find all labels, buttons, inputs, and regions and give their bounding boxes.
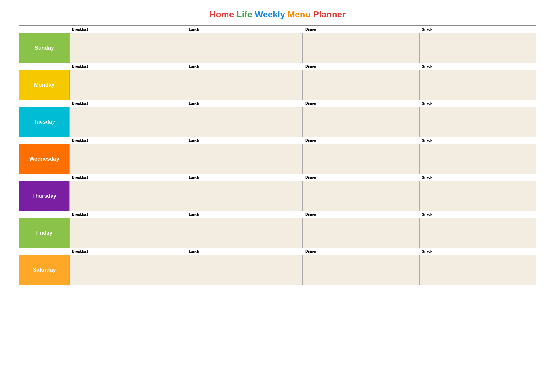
day-label-thursday: Thursday: [32, 193, 57, 199]
header-lunch-wednesday: Lunch: [186, 137, 303, 144]
meal-cell-thursday-lunch[interactable]: [186, 181, 303, 211]
header-breakfast-sunday: Breakfast: [70, 26, 186, 33]
title-planner: Planner: [313, 9, 346, 19]
header-dinner-saturday: Dinner: [303, 248, 420, 255]
day-label-friday: Friday: [36, 230, 52, 236]
meal-cell-tuesday-dinner[interactable]: [303, 107, 420, 137]
header-lunch-thursday: Lunch: [186, 174, 303, 181]
day-cell-friday: Friday: [19, 218, 70, 248]
header-lunch-sunday: Lunch: [186, 26, 303, 33]
meal-cell-sunday-breakfast[interactable]: [70, 33, 186, 63]
meal-cell-saturday-dinner[interactable]: [303, 255, 420, 285]
meal-cell-sunday-lunch[interactable]: [186, 33, 303, 63]
meal-cell-monday-snack[interactable]: [420, 70, 536, 100]
meal-cell-monday-breakfast[interactable]: [70, 70, 186, 100]
meal-cell-wednesday-breakfast[interactable]: [70, 144, 186, 174]
header-dinner-tuesday: Dinner: [303, 100, 420, 107]
meal-cell-wednesday-lunch[interactable]: [186, 144, 303, 174]
day-cell-wednesday: Wednesday: [19, 144, 70, 174]
meal-cell-thursday-dinner[interactable]: [303, 181, 420, 211]
meal-cell-wednesday-snack[interactable]: [420, 144, 536, 174]
header-snack-tuesday: Snack: [420, 100, 536, 107]
day-cell-sunday: Sunday: [19, 33, 70, 63]
day-row-tuesday: Tuesday: [19, 107, 536, 137]
header-breakfast-tuesday: Breakfast: [70, 100, 186, 107]
meal-cell-tuesday-snack[interactable]: [420, 107, 536, 137]
header-dinner-sunday: Dinner: [303, 26, 420, 33]
title-weekly: Weekly: [255, 9, 285, 19]
meal-cell-sunday-dinner[interactable]: [303, 33, 420, 63]
header-breakfast-monday: Breakfast: [70, 63, 186, 70]
header-lunch-friday: Lunch: [186, 211, 303, 218]
header-snack-thursday: Snack: [420, 174, 536, 181]
header-dinner-monday: Dinner: [303, 63, 420, 70]
header-snack-wednesday: Snack: [420, 137, 536, 144]
meal-cell-friday-snack[interactable]: [420, 218, 536, 248]
day-label-monday: Monday: [34, 82, 54, 88]
meal-cell-monday-dinner[interactable]: [303, 70, 420, 100]
day-cell-saturday: Saturday: [19, 255, 70, 285]
header-breakfast-wednesday: Breakfast: [70, 137, 186, 144]
day-row-wednesday: Wednesday: [19, 144, 536, 174]
meal-cell-monday-lunch[interactable]: [186, 70, 303, 100]
header-snack-sunday: Snack: [420, 26, 536, 33]
header-dinner-thursday: Dinner: [303, 174, 420, 181]
header-dinner-friday: Dinner: [303, 211, 420, 218]
header-breakfast-thursday: Breakfast: [70, 174, 186, 181]
meal-cell-tuesday-lunch[interactable]: [186, 107, 303, 137]
meal-cell-saturday-breakfast[interactable]: [70, 255, 186, 285]
day-label-wednesday: Wednesday: [29, 156, 59, 162]
header-lunch-tuesday: Lunch: [186, 100, 303, 107]
header-breakfast-saturday: Breakfast: [70, 248, 186, 255]
meal-cell-friday-breakfast[interactable]: [70, 218, 186, 248]
day-cell-thursday: Thursday: [19, 181, 70, 211]
header-lunch-saturday: Lunch: [186, 248, 303, 255]
meal-cell-thursday-snack[interactable]: [420, 181, 536, 211]
title-life: Life: [236, 9, 252, 19]
meal-cell-thursday-breakfast[interactable]: [70, 181, 186, 211]
header-lunch-monday: Lunch: [186, 63, 303, 70]
day-row-sunday: Sunday: [19, 33, 536, 63]
meal-cell-saturday-lunch[interactable]: [186, 255, 303, 285]
meal-cell-friday-dinner[interactable]: [303, 218, 420, 248]
day-row-friday: Friday: [19, 218, 536, 248]
meal-cell-saturday-snack[interactable]: [420, 255, 536, 285]
day-row-thursday: Thursday: [19, 181, 536, 211]
day-label-saturday: Saturday: [33, 267, 56, 273]
title-home: Home: [209, 9, 234, 19]
header-snack-monday: Snack: [420, 63, 536, 70]
day-row-monday: Monday: [19, 70, 536, 100]
day-cell-monday: Monday: [19, 70, 70, 100]
header-dinner-wednesday: Dinner: [303, 137, 420, 144]
header-snack-friday: Snack: [420, 211, 536, 218]
title-menu: Menu: [288, 9, 311, 19]
day-label-tuesday: Tuesday: [34, 119, 55, 125]
meal-cell-wednesday-dinner[interactable]: [303, 144, 420, 174]
page-title: Home Life Weekly Menu Planner: [19, 9, 536, 20]
day-cell-tuesday: Tuesday: [19, 107, 70, 137]
meal-cell-sunday-snack[interactable]: [420, 33, 536, 63]
planner-container: BreakfastLunchDinnerSnackSundayBreakfast…: [19, 26, 536, 285]
meal-cell-tuesday-breakfast[interactable]: [70, 107, 186, 137]
header-breakfast-friday: Breakfast: [70, 211, 186, 218]
header-snack-saturday: Snack: [420, 248, 536, 255]
meal-cell-friday-lunch[interactable]: [186, 218, 303, 248]
day-label-sunday: Sunday: [34, 45, 54, 51]
day-row-saturday: Saturday: [19, 255, 536, 285]
